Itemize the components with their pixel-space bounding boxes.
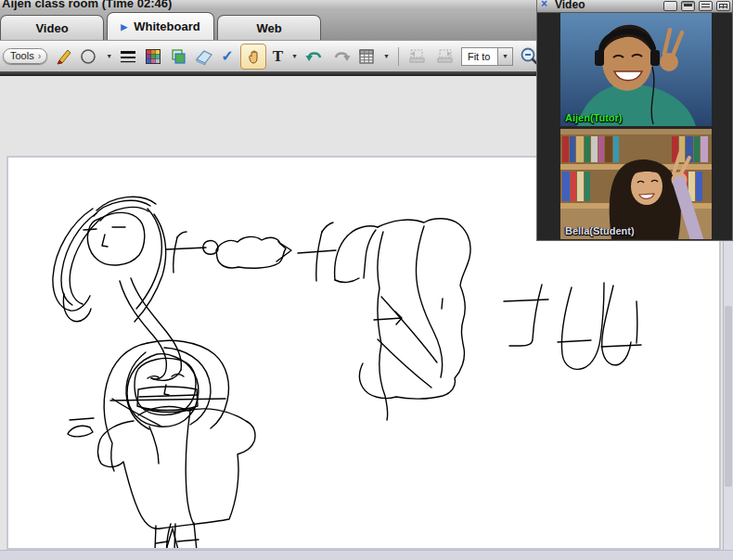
horizontal-scroll-track[interactable] [0, 550, 733, 560]
layout-split-button[interactable] [681, 1, 695, 11]
eraser-icon[interactable] [194, 47, 214, 66]
layout-split-glyph [684, 4, 692, 6]
toolbar-separator [398, 47, 399, 66]
tab-whiteboard[interactable]: ▶ Whiteboard [107, 12, 214, 40]
grid-icon[interactable] [358, 48, 375, 65]
layout-list-glyph [701, 4, 710, 9]
tab-label: Whiteboard [134, 19, 200, 33]
student-webcam-image [560, 129, 712, 239]
tab-video[interactable]: Video [0, 15, 104, 40]
window-title: Aijen class room (Time 02:46) [2, 0, 172, 10]
tools-label: Tools [10, 50, 34, 61]
video-panel: × Video [536, 0, 733, 241]
layout-grid-button[interactable] [716, 1, 730, 11]
layout-grid-glyph [719, 4, 727, 8]
layout-buttons [663, 1, 730, 11]
brush-icon[interactable] [54, 47, 72, 66]
fit-to-select[interactable]: Fit to ▼ [461, 47, 513, 66]
fit-to-dropdown-button[interactable]: ▼ [497, 47, 513, 66]
check-icon[interactable]: ✓ [221, 47, 233, 65]
ellipse-tool-icon[interactable] [79, 47, 97, 66]
video-label: Aijen(Tutor) [565, 112, 623, 123]
tab-label: Web [256, 21, 281, 35]
hand-tool-button[interactable] [240, 44, 266, 70]
tab-web[interactable]: Web [217, 15, 321, 40]
tab-label: Video [35, 21, 68, 35]
video-panel-title: Video [555, 0, 585, 11]
video-feed-student[interactable]: Bella(Student) [560, 129, 712, 239]
page-next-button[interactable] [434, 48, 455, 65]
hand-icon [245, 48, 262, 65]
text-tool-icon[interactable]: T [273, 47, 283, 66]
text-dropdown-icon[interactable]: ▼ [291, 53, 298, 59]
tools-chevron-icon: › [38, 50, 42, 61]
video-label: Bella(Student) [565, 225, 635, 236]
tutor-webcam-image [560, 13, 712, 126]
line-width-icon[interactable] [119, 47, 137, 66]
layers-icon[interactable] [169, 47, 187, 66]
active-tab-arrow-icon: ▶ [121, 22, 127, 32]
video-panel-header[interactable]: × Video [537, 0, 732, 13]
redo-icon[interactable] [331, 48, 352, 65]
page-prev-button[interactable] [407, 48, 428, 65]
app-window: Aijen class room (Time 02:46) Video ▶ Wh… [0, 0, 733, 560]
grid-dropdown-icon[interactable]: ▼ [383, 53, 390, 59]
scrollbar-thumb[interactable] [725, 306, 732, 488]
video-feed-tutor[interactable]: Aijen(Tutor) [560, 13, 712, 126]
ellipse-dropdown-icon[interactable]: ▼ [106, 53, 112, 59]
palette-icon[interactable] [144, 47, 162, 66]
fit-to-value: Fit to [461, 47, 497, 66]
layout-list-button[interactable] [699, 1, 713, 11]
undo-icon[interactable] [304, 48, 325, 65]
tools-flyout-button[interactable]: Tools › [3, 48, 47, 64]
layout-single-button[interactable] [663, 1, 677, 11]
collapse-icon[interactable]: × [541, 0, 547, 10]
